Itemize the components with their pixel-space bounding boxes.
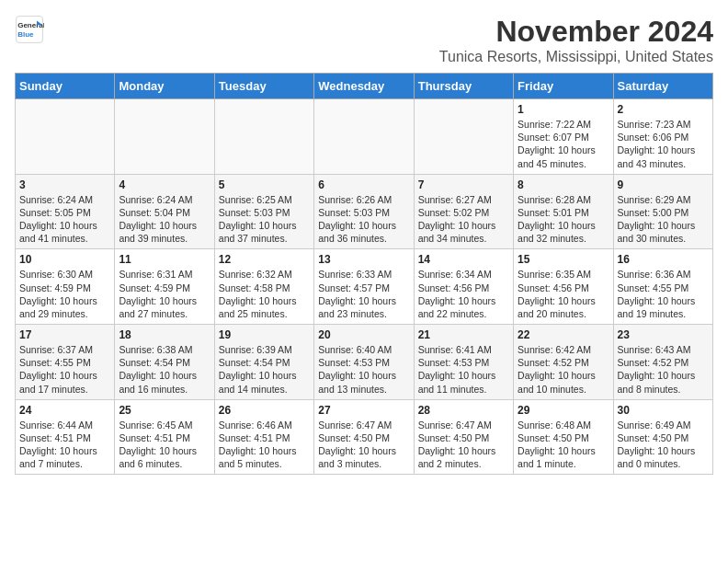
- calendar-cell: 19Sunrise: 6:39 AM Sunset: 4:54 PM Dayli…: [214, 325, 313, 400]
- day-number: 18: [119, 328, 210, 341]
- day-number: 12: [219, 253, 310, 266]
- header-cell-wednesday: Wednesday: [314, 74, 414, 99]
- calendar-cell: 27Sunrise: 6:47 AM Sunset: 4:50 PM Dayli…: [314, 399, 414, 475]
- day-number: 9: [618, 178, 709, 191]
- header-cell-tuesday: Tuesday: [214, 74, 313, 99]
- day-number: 24: [19, 404, 110, 417]
- calendar-cell: 6Sunrise: 6:26 AM Sunset: 5:03 PM Daylig…: [314, 174, 414, 249]
- calendar-cell: 21Sunrise: 6:41 AM Sunset: 4:53 PM Dayli…: [414, 325, 513, 400]
- calendar-cell: 28Sunrise: 6:47 AM Sunset: 4:50 PM Dayli…: [414, 399, 513, 475]
- week-row-3: 10Sunrise: 6:30 AM Sunset: 4:59 PM Dayli…: [16, 249, 713, 325]
- header-cell-sunday: Sunday: [16, 74, 115, 99]
- calendar-cell: 8Sunrise: 6:28 AM Sunset: 5:01 PM Daylig…: [514, 174, 613, 249]
- day-number: 25: [119, 404, 210, 417]
- calendar-cell: 20Sunrise: 6:40 AM Sunset: 4:53 PM Dayli…: [314, 325, 414, 400]
- calendar-cell: 1Sunrise: 7:22 AM Sunset: 6:07 PM Daylig…: [514, 99, 613, 175]
- day-number: 7: [418, 178, 509, 191]
- day-number: 1: [518, 103, 609, 116]
- day-info: Sunrise: 6:40 AM Sunset: 4:53 PM Dayligh…: [318, 343, 409, 396]
- calendar-body: 1Sunrise: 7:22 AM Sunset: 6:07 PM Daylig…: [16, 99, 713, 475]
- day-number: 17: [19, 328, 110, 341]
- calendar-cell: 18Sunrise: 6:38 AM Sunset: 4:54 PM Dayli…: [115, 325, 214, 400]
- day-info: Sunrise: 6:39 AM Sunset: 4:54 PM Dayligh…: [219, 343, 310, 396]
- day-number: 13: [318, 253, 409, 266]
- day-info: Sunrise: 6:43 AM Sunset: 4:52 PM Dayligh…: [618, 343, 709, 396]
- day-info: Sunrise: 6:25 AM Sunset: 5:03 PM Dayligh…: [219, 193, 310, 246]
- calendar-cell: 12Sunrise: 6:32 AM Sunset: 4:58 PM Dayli…: [214, 249, 313, 325]
- day-info: Sunrise: 6:38 AM Sunset: 4:54 PM Dayligh…: [119, 343, 210, 396]
- day-info: Sunrise: 6:31 AM Sunset: 4:59 PM Dayligh…: [119, 268, 210, 320]
- calendar-cell: 17Sunrise: 6:37 AM Sunset: 4:55 PM Dayli…: [16, 325, 115, 400]
- day-info: Sunrise: 6:37 AM Sunset: 4:55 PM Dayligh…: [19, 343, 110, 396]
- calendar-cell: 13Sunrise: 6:33 AM Sunset: 4:57 PM Dayli…: [314, 249, 414, 325]
- day-info: Sunrise: 6:49 AM Sunset: 4:50 PM Dayligh…: [618, 419, 709, 471]
- svg-text:General: General: [17, 21, 44, 29]
- day-number: 11: [119, 253, 210, 266]
- day-number: 14: [418, 253, 509, 266]
- day-info: Sunrise: 7:23 AM Sunset: 6:06 PM Dayligh…: [618, 118, 709, 170]
- calendar-cell: 3Sunrise: 6:24 AM Sunset: 5:05 PM Daylig…: [16, 174, 115, 249]
- header-cell-thursday: Thursday: [414, 74, 513, 99]
- calendar-cell: 16Sunrise: 6:36 AM Sunset: 4:55 PM Dayli…: [613, 249, 712, 325]
- calendar-cell: 30Sunrise: 6:49 AM Sunset: 4:50 PM Dayli…: [613, 399, 712, 475]
- calendar-cell: 5Sunrise: 6:25 AM Sunset: 5:03 PM Daylig…: [214, 174, 313, 249]
- header-cell-friday: Friday: [514, 74, 613, 99]
- day-info: Sunrise: 6:36 AM Sunset: 4:55 PM Dayligh…: [618, 268, 709, 320]
- calendar-cell: 14Sunrise: 6:34 AM Sunset: 4:56 PM Dayli…: [414, 249, 513, 325]
- header-cell-saturday: Saturday: [613, 74, 712, 99]
- day-info: Sunrise: 7:22 AM Sunset: 6:07 PM Dayligh…: [518, 118, 609, 170]
- calendar-cell: 9Sunrise: 6:29 AM Sunset: 5:00 PM Daylig…: [613, 174, 712, 249]
- day-info: Sunrise: 6:46 AM Sunset: 4:51 PM Dayligh…: [219, 419, 310, 471]
- location-title: Tunica Resorts, Mississippi, United Stat…: [439, 49, 713, 65]
- calendar-table: SundayMondayTuesdayWednesdayThursdayFrid…: [15, 73, 713, 475]
- day-info: Sunrise: 6:47 AM Sunset: 4:50 PM Dayligh…: [418, 419, 509, 471]
- calendar-cell: 29Sunrise: 6:48 AM Sunset: 4:50 PM Dayli…: [514, 399, 613, 475]
- day-number: 4: [119, 178, 210, 191]
- day-number: 20: [318, 328, 409, 341]
- calendar-cell: [115, 99, 214, 175]
- day-number: 19: [219, 328, 310, 341]
- day-number: 6: [318, 178, 409, 191]
- day-number: 23: [618, 328, 709, 341]
- calendar-cell: [214, 99, 313, 175]
- week-row-5: 24Sunrise: 6:44 AM Sunset: 4:51 PM Dayli…: [16, 399, 713, 475]
- calendar-cell: 7Sunrise: 6:27 AM Sunset: 5:02 PM Daylig…: [414, 174, 513, 249]
- day-number: 27: [318, 404, 409, 417]
- day-info: Sunrise: 6:30 AM Sunset: 4:59 PM Dayligh…: [19, 268, 110, 320]
- day-info: Sunrise: 6:45 AM Sunset: 4:51 PM Dayligh…: [119, 419, 210, 471]
- day-info: Sunrise: 6:42 AM Sunset: 4:52 PM Dayligh…: [518, 343, 609, 396]
- day-number: 29: [518, 404, 609, 417]
- day-number: 5: [219, 178, 310, 191]
- header-cell-monday: Monday: [115, 74, 214, 99]
- logo-icon: General Blue: [15, 15, 44, 44]
- calendar-cell: 22Sunrise: 6:42 AM Sunset: 4:52 PM Dayli…: [514, 325, 613, 400]
- calendar-cell: 15Sunrise: 6:35 AM Sunset: 4:56 PM Dayli…: [514, 249, 613, 325]
- day-info: Sunrise: 6:28 AM Sunset: 5:01 PM Dayligh…: [518, 193, 609, 246]
- day-number: 2: [618, 103, 709, 116]
- calendar-cell: 11Sunrise: 6:31 AM Sunset: 4:59 PM Dayli…: [115, 249, 214, 325]
- day-info: Sunrise: 6:34 AM Sunset: 4:56 PM Dayligh…: [418, 268, 509, 320]
- day-info: Sunrise: 6:26 AM Sunset: 5:03 PM Dayligh…: [318, 193, 409, 246]
- logo: General Blue: [15, 15, 44, 44]
- day-info: Sunrise: 6:24 AM Sunset: 5:05 PM Dayligh…: [19, 193, 110, 246]
- calendar-cell: 23Sunrise: 6:43 AM Sunset: 4:52 PM Dayli…: [613, 325, 712, 400]
- calendar-cell: [314, 99, 414, 175]
- month-title: November 2024: [439, 15, 713, 49]
- day-info: Sunrise: 6:29 AM Sunset: 5:00 PM Dayligh…: [618, 193, 709, 246]
- day-info: Sunrise: 6:33 AM Sunset: 4:57 PM Dayligh…: [318, 268, 409, 320]
- calendar-cell: [414, 99, 513, 175]
- day-info: Sunrise: 6:24 AM Sunset: 5:04 PM Dayligh…: [119, 193, 210, 246]
- day-info: Sunrise: 6:41 AM Sunset: 4:53 PM Dayligh…: [418, 343, 509, 396]
- week-row-4: 17Sunrise: 6:37 AM Sunset: 4:55 PM Dayli…: [16, 325, 713, 400]
- day-number: 10: [19, 253, 110, 266]
- day-info: Sunrise: 6:35 AM Sunset: 4:56 PM Dayligh…: [518, 268, 609, 320]
- day-number: 15: [518, 253, 609, 266]
- day-info: Sunrise: 6:32 AM Sunset: 4:58 PM Dayligh…: [219, 268, 310, 320]
- calendar-cell: [16, 99, 115, 175]
- calendar-cell: 25Sunrise: 6:45 AM Sunset: 4:51 PM Dayli…: [115, 399, 214, 475]
- svg-text:Blue: Blue: [17, 30, 34, 39]
- day-number: 30: [618, 404, 709, 417]
- day-number: 26: [219, 404, 310, 417]
- day-number: 16: [618, 253, 709, 266]
- header: General Blue November 2024 Tunica Resort…: [15, 15, 713, 65]
